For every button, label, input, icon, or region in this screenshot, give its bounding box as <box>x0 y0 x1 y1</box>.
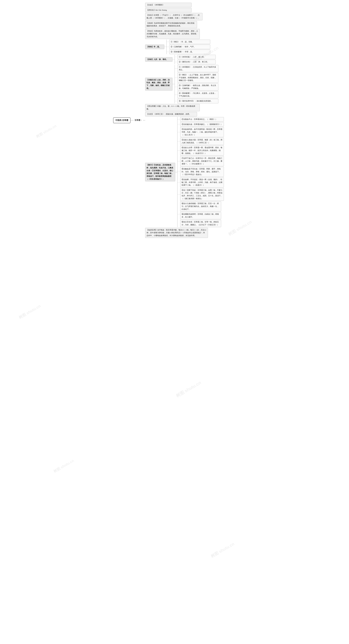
content-area: 【出处】《本草图经》 【拼音名】Bài Cǎo Shuāng 【别名】灶突墨（《… <box>145 3 236 238</box>
gongneng-item-3: ③《玉揪药解》：敛营止血，清热消郁，专止失血，吐衄便血，严清诸血。 <box>175 83 218 90</box>
fuyan-items: ②治胎血不止：百草霜末吹之。（《纲目》） ③治佐磕出血：百草霜末掺之。（《濒湖集… <box>178 117 224 227</box>
xi2-hline <box>166 47 169 47</box>
fy2-hline <box>178 119 180 120</box>
xingwei-group: ①《纲目》：辛，温，无毒。 ②《玉揪药解》：味辛，气平。 ③《医林纂要》：辛苦，… <box>166 40 210 54</box>
guijing2-val: ②《要药分剂》：入肝、肺、胃三经。 <box>178 60 216 64</box>
xingwei-item-2: ②《玉揪药解》：味辛，气平。 <box>166 44 210 49</box>
xingwei-main: 【性味】辛，温。 <box>145 44 164 49</box>
page-wrapper: 中医药-百草霜 百草霜： 【出处】《本草图经》 【拼音名】Bài Cǎo Shu… <box>113 0 236 243</box>
linchuang-label: 【临床应用】治疗咯血：取百草霜冲服，每次0.5～1钱，每日3～4次，共治14例，… <box>145 228 208 238</box>
fuyan-group: ②治胎血不止：百草霜末吹之。（《纲目》） ③治佐磕出血：百草霜末掺之。（《濒湖集… <box>177 117 224 227</box>
gongneng-item-1: ①《本草图经》：主消化积滞，今人下食药中多用之。 <box>175 65 218 72</box>
fuyan10c-val: ⑩治口舌生疮：百草霜二钱，甘草一钱，肉桂五分，为末，频频之。（以方以下《方脉正宗… <box>180 220 221 227</box>
gongneng-item-4: ④《医林纂要》：泻心降火，去妄热，止妄血，下气消积行疾。 <box>175 91 218 98</box>
yongfa-label: 【用法用量】内服：入丸、散，0.3～1.5钱。外用：研末敷或调敷。 <box>145 104 200 111</box>
section-gongneng: 【功能主治】止血，消积，治吐血，衄血，便血，血崩，带下，泻痢，食积，咽喉口舌诸疮… <box>145 65 236 103</box>
guijing-main: 【归经】入肝、肺、胃经。 <box>145 57 172 62</box>
gongneng-items: ①《本草图经》：主消化积滞，今人下食药中多用之。 ②《纲目》：止上下诸血，妇人崩… <box>175 65 218 103</box>
root-to-branch-line <box>130 120 134 120</box>
fuyan-item-3: ③治佐磕出血：百草霜末掺之。（《濒湖集简方》） <box>178 122 224 127</box>
gn4-hline <box>175 94 178 95</box>
gongneng5-val: ⑤《现代实用中药》：涂白癜及头部湿疹。 <box>178 99 218 103</box>
gongneng-item-2: ②《纲目》：止上下诸血，妇人崩中带下，胎前产后诸病，伤寒阳毒发狂，黄疸，疟疾，噎… <box>175 73 218 83</box>
section-zhuyi: 【注意】《本草汇言》：阴虚火燥，咳嗽肺损者，勿用。 <box>145 112 236 116</box>
xingwei-item-3: ③《医林纂要》：辛苦，温。 <box>166 50 210 54</box>
fuyan-item-5: ③治妇人崩血大脱：百草霜、炮姜（末）各三钱，用人参三钱煎汤送。（《本草汇言》） <box>178 138 224 145</box>
gn5-hline <box>175 101 178 101</box>
fuyan5-val: ③治妇人崩血大脱：百草霜、炮姜（末）各三钱，用人参三钱煎汤送。（《本草汇言》） <box>180 138 224 145</box>
fuyan-item-9: ⑨治血痢，不问远近：黄连一两（去须、微炒）、牡蛎二两，木香半两，上件药，为散，每… <box>178 177 224 188</box>
branch-to-content-line <box>143 120 145 120</box>
fuyan2-val: ②治胎血不止：百草霜末吹之。（《纲目》） <box>180 117 224 122</box>
zhuyi-label: 【注意】《本草汇言》：阴虚火燥，咳嗽肺损者，勿用。 <box>145 112 197 116</box>
xingwei2-val: ②《玉揪药解》：味辛，气平。 <box>169 44 210 49</box>
mind-map: 中医药-百草霜 百草霜： 【出处】《本草图经》 【拼音名】Bài Cǎo Shu… <box>113 3 236 238</box>
gi1-hline <box>175 57 178 57</box>
fuyan-item-6: ⑥治妇人白带：百草霜一两，香金墨半两，研末，每服三钱，猪肝一叶，批开入药在内，纸… <box>178 146 224 156</box>
fuyan10a-val: ⑩治小儿食积相能：百草霜三钱，巴豆一分，研匀，以飞罗面打糊为丸，如绿豆大，每服一… <box>180 201 221 212</box>
guijing1-val: ①《本草求真》：入肝，兼入胃。 <box>178 55 216 59</box>
guijing-item-2: ②《要药分剂》：入肝、肺、胃三经。 <box>175 60 216 64</box>
guijing-items: ①《本草求真》：入肝，兼入胃。 ②《要药分剂》：入肝、肺、胃三经。 <box>175 55 216 64</box>
gongneng1-val: ①《本草图经》：主消化积滞，今人下食药中多用之。 <box>178 65 218 72</box>
xi3-hline <box>166 52 169 52</box>
xingwei-h-line <box>164 47 166 47</box>
fuyan-item-2: ②治胎血不止：百草霜末吹之。（《纲目》） <box>178 117 224 122</box>
gongneng4-val: ④《医林纂要》：泻心降火，去妄热，止妄血，下气消积行疾。 <box>178 91 218 98</box>
xingwei-item-1: ①《纲目》：辛，温，无毒。 <box>166 40 210 44</box>
fuyan9-val: ⑨治血痢，不问远近：黄连一两（去须、微炒）、牡蛎二两，木香半两，上件药，为散，每… <box>180 177 224 188</box>
gongneng-group: ①《本草图经》：主消化积滞，今人下食药中多用之。 ②《纲目》：止上下诸血，妇人崩… <box>175 65 218 103</box>
fuyan-item-7: ⑦治卒下血亡止：灶突中尘一升，黄连五两，地柏三两，上三味，捣筛为散，别饮服方寸七… <box>178 156 224 166</box>
gongneng3-val: ③《玉揪药解》：敛营止血，清热消郁，专止失血，吐衄便血，严清诸血。 <box>178 83 218 90</box>
guijing-group: ①《本草求真》：入肝，兼入胃。 ②《要药分剂》：入肝、肺、胃三经。 <box>175 55 216 64</box>
xingzhuang-label: 【性状】为黑色粉末，或结成小颗粒状。手捻即为细粉，质轻，入水则飘浮分散，无油腻感… <box>145 29 200 39</box>
fuyan8-val: ⑧治触血及子宫出血：百草霜、阿胶、藕节，倒地扑、当归、茅根、茅根，研末、蜜丸，温… <box>180 167 224 177</box>
xingwei-items: ①《纲目》：辛，温，无毒。 ②《玉揪药解》：味辛，气平。 ③《医林纂要》：辛苦，… <box>166 40 210 54</box>
fuyan-item-8: ⑧治触血及子宫出血：百草霜、阿胶、藕节，倒地扑、当归、茅根、茅根，研末、蜜丸，温… <box>178 167 224 177</box>
fy6-hline <box>178 150 180 151</box>
fuyan-item-main: ③治一切痢下初起：百草霜三钱，金墨一钱，半夏七分，巴豆（素）十四粒（研分），黄蜡… <box>178 188 224 201</box>
section-guijing: 【归经】入肝、肺、胃经。 ①《本草求真》：入肝，兼入胃。 ②《要药分剂》：入肝、… <box>145 55 236 64</box>
fy4-hline <box>178 132 180 132</box>
xingwei1-val: ①《纲目》：辛，温，无毒。 <box>169 40 210 44</box>
fy9-hline <box>178 182 180 182</box>
laiyuan-label: 【来源】为杂草经燃烧后附于灶突或烟囱内的烟灰，将灶突或烟囱内的黑灰，轻轻刮下，用… <box>145 21 197 28</box>
fuyan10b-val: ⑩治咽喉无故肿闭：百草霜、白矾各二钱，研细末，吹入喉中。 <box>180 212 221 219</box>
fuyan6-val: ⑥治妇人白带：百草霜一两，香金墨半两，研末，每服三钱，猪肝一叶，批开入药在内，纸… <box>180 146 224 156</box>
chushu-label: 【出处】《本草图经》 <box>145 3 192 7</box>
branch-label: 百草霜： <box>134 119 143 122</box>
bieyuan-label: 【别名】灶突墨（《千金方》），灶突中尘（《外台秘要方》），灶额上墨（《本草图经》… <box>145 13 202 20</box>
fuyan7-val: ⑦治卒下血亡止：灶突中尘一升，黄连五两，地柏三两，上三味，捣筛为散，别饮服方寸七… <box>180 156 224 166</box>
section-bieyuan: 【别名】灶突墨（《千金方》），灶突中尘（《外台秘要方》），灶额上墨（《本草图经》… <box>145 13 236 20</box>
fuyan4-val: ③治血虚内热，血不归源而崩：陈花花一两，百草霜半两，为末，每服一、二钱，烧红秤锤… <box>180 127 224 137</box>
guijing-item-1: ①《本草求真》：入肝，兼入胃。 <box>175 55 216 59</box>
section-linchuang: 【临床应用】治疗咯血：取百草霜冲服，每次0.5～1钱，每日3～4次，共治14例，… <box>145 228 236 238</box>
pinyin-label: 【拼音名】Bài Cǎo Shuāng <box>145 8 192 12</box>
root-node: 中医药-百草霜 <box>113 118 130 123</box>
gn3-hline <box>175 87 178 87</box>
section-yongfa: 【用法用量】内服：入丸、散，0.3～1.5钱。外用：研末敷或调敷。 <box>145 104 236 111</box>
section-xingwei: 【性味】辛，温。 ①《纲目》：辛，温，无毒。 ②《玉揪药解》：味辛，气平。 <box>145 40 236 54</box>
section-xingzhuang: 【性状】为黑色粉末，或结成小颗粒状。手捻即为细粉，质轻，入水则飘浮分散，无油腻感… <box>145 29 236 39</box>
fuyan3-val: ③治佐磕出血：百草霜末掺之。（《濒湖集简方》） <box>180 122 224 127</box>
section-fuyan: 【附方】①治吐血，及伤酒食鱼鲊，低头摸肺、吐血汗血、口鼻俱出者：①百草霜末、白芨… <box>145 117 236 227</box>
gongneng2-val: ②《纲目》：止上下诸血，妇人崩中带下，胎前产后诸病，伤寒阳毒发狂，黄疸，疟疾，噎… <box>178 73 218 83</box>
fuyan-item-4: ③治血虚内热，血不归源而崩：陈花花一两，百草霜半两，为末，每服一、二钱，烧红秤锤… <box>178 127 224 137</box>
fuyan-main: 【附方】①治吐血，及伤酒食鱼鲊，低头摸肺、吐血汗血、口鼻俱出者：①百草霜末、白芨… <box>145 163 175 181</box>
xingwei3-val: ③《医林纂要》：辛苦，温。 <box>169 50 210 54</box>
fuyan-h-line <box>175 172 177 172</box>
section-chushu: 【出处】《本草图经》 <box>145 3 236 7</box>
root-label: 中医药-百草霜 <box>115 119 128 121</box>
gongneng-main: 【功能主治】止血，消积，治吐血，衄血，便血，血崩，带下，泻痢，食积，咽喉口舌诸疮… <box>145 78 172 91</box>
gn2-hline <box>175 78 178 78</box>
fuyan-main-val: ③治一切痢下初起：百草霜三钱，金墨一钱，半夏七分，巴豆（素）十四粒（研分），黄蜡… <box>180 188 224 201</box>
section-pinyin: 【拼音名】Bài Cǎo Shuāng <box>145 8 236 12</box>
fuyan-item-10a: ⑩治小儿食积相能：百草霜三钱，巴豆一分，研匀，以飞罗面打糊为丸，如绿豆大，每服一… <box>178 201 224 227</box>
gongneng-item-5: ⑤《现代实用中药》：涂白癜及头部湿疹。 <box>175 99 218 103</box>
section-laiyuan: 【来源】为杂草经燃烧后附于灶突或烟囱内的烟灰，将灶突或烟囱内的黑灰，轻轻刮下，用… <box>145 21 236 28</box>
